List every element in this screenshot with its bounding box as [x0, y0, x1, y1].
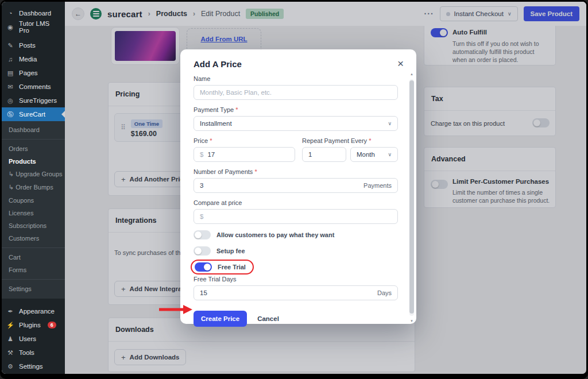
num-payments-label: Number of Payments * — [194, 168, 398, 175]
sidebar-item-tutor-lms[interactable]: ◉ Tutor LMS Pro — [2, 20, 65, 34]
sidebar-item-label: Settings — [19, 363, 43, 370]
plugins-update-badge: 6 — [48, 322, 56, 328]
submenu-item-customers[interactable]: Customers — [2, 232, 65, 245]
repeat-interval-wrap — [302, 147, 346, 162]
sidebar-item-appearance[interactable]: ✒ Appearance — [2, 304, 65, 318]
modal-scrollbar[interactable]: ▲ ▼ — [409, 74, 415, 322]
plugins-icon: ⚡ — [6, 322, 14, 329]
submenu-divider — [2, 139, 65, 140]
submenu-item-order-bumps[interactable]: ↳ Order Bumps — [2, 181, 65, 194]
free-trial-days-input[interactable] — [200, 289, 392, 296]
posts-icon: ✎ — [6, 42, 14, 49]
repeat-unit-value: Month — [357, 151, 375, 158]
repeat-interval-input[interactable] — [308, 151, 340, 158]
repeat-payment-label-text: Repeat Payment Every — [302, 137, 367, 144]
required-asterisk: * — [254, 168, 257, 175]
free-trial-days-label: Free Trial Days — [194, 276, 398, 283]
price-input[interactable] — [207, 151, 289, 158]
sidebar-item-label: Comments — [19, 83, 51, 90]
sidebar-item-suretriggers[interactable]: ◎ SureTriggers — [2, 94, 65, 107]
suretriggers-icon: ◎ — [6, 97, 14, 105]
sidebar-item-pages[interactable]: ▤ Pages — [2, 66, 65, 80]
submenu-item-upgrade-groups[interactable]: ↳ Upgrade Groups — [2, 168, 65, 181]
pay-what-you-want-toggle[interactable] — [194, 230, 211, 239]
sidebar-item-label: Tutor LMS Pro — [19, 20, 60, 34]
num-payments-input[interactable] — [200, 182, 392, 189]
sidebar-item-label: Collapse menu — [19, 373, 60, 374]
sidebar-item-surecart[interactable]: Ⓢ SureCart — [2, 107, 65, 121]
sidebar-item-label: Dashboard — [19, 10, 51, 17]
sidebar-item-label: Tools — [19, 349, 34, 356]
sidebar-item-label: SureCart — [19, 111, 45, 118]
submenu-item-licenses[interactable]: Licenses — [2, 207, 65, 219]
chevron-down-icon: ∨ — [388, 152, 392, 157]
days-suffix: Days — [377, 289, 392, 296]
compare-price-wrap — [194, 209, 398, 224]
sidebar-item-plugins[interactable]: ⚡ Plugins 6 — [2, 318, 65, 332]
sidebar-item-comments[interactable]: ✉ Comments — [2, 80, 65, 94]
sidebar-item-dashboard[interactable]: ◔ Dashboard — [2, 6, 65, 20]
submenu-item-products[interactable]: Products — [2, 155, 65, 168]
setup-fee-label: Setup fee — [216, 247, 245, 254]
setup-fee-toggle[interactable] — [194, 246, 211, 256]
free-trial-toggle[interactable] — [195, 262, 212, 272]
payment-type-select[interactable]: Installment ∨ — [194, 116, 398, 131]
chevron-down-icon: ∨ — [388, 121, 392, 126]
add-price-modal: Add A Price × Name Payment Type * Instal… — [180, 49, 416, 324]
tools-icon: ⚒ — [6, 349, 14, 357]
window-frame: ◔ Dashboard ◉ Tutor LMS Pro ✎ Posts ♫ Me… — [0, 0, 588, 379]
dashboard-icon: ◔ — [6, 10, 14, 17]
submenu-item-coupons[interactable]: Coupons — [2, 194, 65, 207]
sidebar-item-collapse-menu[interactable]: ◀ Collapse menu — [2, 373, 65, 374]
compare-price-label: Compare at price — [194, 199, 398, 206]
scrollbar-thumb[interactable] — [409, 80, 414, 314]
submenu-divider — [2, 279, 65, 280]
name-input[interactable] — [200, 89, 392, 96]
currency-prefix: $ — [200, 151, 203, 158]
num-payments-wrap: Payments — [194, 178, 398, 193]
required-asterisk: * — [235, 106, 238, 113]
payment-type-value: Installment — [200, 120, 232, 127]
sidebar-item-label: Appearance — [19, 308, 55, 315]
repeat-payment-label: Repeat Payment Every * — [302, 137, 398, 144]
sidebar-item-users[interactable]: ♟ Users — [2, 332, 65, 346]
submenu-item-dashboard[interactable]: Dashboard — [2, 123, 65, 136]
submenu-item-subscriptions[interactable]: Subscriptions — [2, 219, 65, 232]
create-price-button[interactable]: Create Price — [194, 311, 247, 327]
scroll-up-icon[interactable]: ▲ — [409, 72, 415, 76]
comments-icon: ✉ — [6, 83, 14, 91]
submenu-item-forms[interactable]: Forms — [2, 264, 65, 276]
sidebar-item-label: Pages — [19, 69, 38, 76]
red-oval-annotation: Free Trial — [191, 260, 254, 274]
tutor-lms-icon: ◉ — [6, 24, 14, 31]
submenu-item-orders[interactable]: Orders — [2, 142, 65, 155]
pages-icon: ▤ — [6, 69, 14, 77]
sidebar-item-settings[interactable]: ⚙ Settings — [2, 359, 65, 373]
price-label-text: Price — [194, 137, 208, 144]
sidebar-item-label: Posts — [19, 42, 36, 49]
submenu-item-cart[interactable]: Cart — [2, 251, 65, 264]
cancel-button[interactable]: Cancel — [257, 315, 279, 322]
sidebar-item-media[interactable]: ♫ Media — [2, 52, 65, 66]
scroll-down-icon[interactable]: ▼ — [409, 319, 415, 323]
sidebar-item-tools[interactable]: ⚒ Tools — [2, 346, 65, 359]
red-arrow-annotation — [158, 304, 194, 315]
close-icon[interactable]: × — [397, 59, 404, 68]
sidebar-item-posts[interactable]: ✎ Posts — [2, 38, 65, 52]
sidebar-item-label: Plugins — [19, 322, 41, 328]
free-trial-label: Free Trial — [218, 264, 246, 270]
sidebar-item-label: Users — [19, 335, 36, 342]
sidebar-item-label: SureTriggers — [19, 97, 57, 104]
name-label: Name — [194, 75, 398, 82]
submenu-item-settings[interactable]: Settings — [2, 283, 65, 295]
repeat-unit-select[interactable]: Month ∨ — [350, 147, 398, 162]
media-icon: ♫ — [6, 56, 14, 63]
required-asterisk: * — [210, 137, 212, 144]
free-trial-days-wrap: Days — [194, 285, 398, 300]
sidebar-item-label: Media — [19, 56, 37, 63]
compare-price-input[interactable] — [200, 213, 392, 220]
screen: ◔ Dashboard ◉ Tutor LMS Pro ✎ Posts ♫ Me… — [2, 2, 586, 374]
num-payments-label-text: Number of Payments — [194, 168, 253, 175]
wp-admin-sidebar: ◔ Dashboard ◉ Tutor LMS Pro ✎ Posts ♫ Me… — [2, 2, 65, 374]
price-field-wrap: $ — [194, 147, 295, 162]
